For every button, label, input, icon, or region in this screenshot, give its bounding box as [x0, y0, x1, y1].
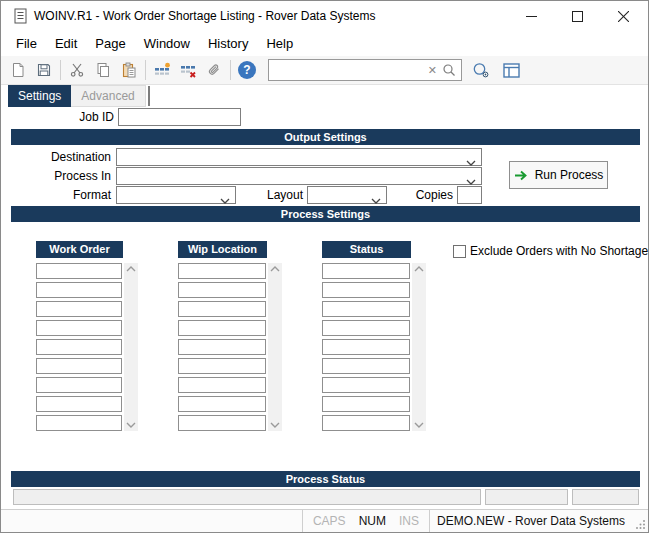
menu-file[interactable]: File	[7, 32, 46, 55]
status-bar-message-area	[1, 510, 303, 532]
tab-advanced[interactable]: Advanced	[71, 85, 145, 107]
work-order-cell-8[interactable]	[36, 396, 122, 412]
status-cell-8[interactable]	[322, 396, 410, 412]
process-status-header: Process Status	[11, 471, 640, 487]
work-order-cell-5[interactable]	[36, 339, 122, 355]
process-status-field-main	[13, 489, 481, 505]
status-cell-6[interactable]	[322, 358, 410, 374]
work-order-cell-1[interactable]	[36, 263, 122, 279]
status-bar: CAPS NUM INS DEMO.NEW - Rover Data Syste…	[1, 509, 648, 532]
insert-row-icon[interactable]	[149, 58, 175, 82]
status-cell-5[interactable]	[322, 339, 410, 355]
wip-location-cell-8[interactable]	[178, 396, 266, 412]
status-column: Status	[322, 241, 411, 258]
status-cell-9[interactable]	[322, 415, 410, 431]
work-order-cell-7[interactable]	[36, 377, 122, 393]
window-title: WOINV.R1 - Work Order Shortage Listing -…	[34, 1, 375, 31]
destination-dropdown[interactable]	[116, 148, 482, 166]
wip-location-cell-1[interactable]	[178, 263, 266, 279]
app-window: WOINV.R1 - Work Order Shortage Listing -…	[0, 0, 649, 533]
window-controls	[508, 1, 646, 31]
exclude-orders-checkbox-group[interactable]: Exclude Orders with No Shortages	[453, 244, 649, 258]
search-clear-icon[interactable]: ✕	[424, 64, 441, 77]
work-order-cell-3[interactable]	[36, 301, 122, 317]
window-layout-icon[interactable]	[498, 58, 524, 82]
wip-location-cell-7[interactable]	[178, 377, 266, 393]
wip-location-column: Wip Location	[178, 241, 267, 258]
caps-indicator: CAPS	[313, 514, 346, 528]
scroll-up-icon[interactable]	[126, 266, 136, 272]
resize-grip[interactable]	[632, 510, 648, 532]
help-icon[interactable]: ?	[234, 58, 260, 82]
wip-location-list	[178, 263, 266, 434]
attachments-icon[interactable]	[201, 58, 227, 82]
job-id-input[interactable]	[118, 108, 241, 126]
wip-location-cell-3[interactable]	[178, 301, 266, 317]
copies-input[interactable]	[457, 186, 482, 204]
work-order-scrollbar[interactable]	[124, 263, 138, 431]
job-id-label: Job ID	[1, 109, 114, 126]
process-status-field-3	[572, 489, 639, 505]
work-order-cell-2[interactable]	[36, 282, 122, 298]
tab-splitter	[148, 86, 150, 106]
status-cell-4[interactable]	[322, 320, 410, 336]
status-cell-7[interactable]	[322, 377, 410, 393]
process-status-field-2	[485, 489, 568, 505]
output-settings-header: Output Settings	[11, 129, 640, 145]
menu-page[interactable]: Page	[86, 32, 134, 55]
work-order-list	[36, 263, 122, 434]
scroll-up-icon[interactable]	[414, 266, 424, 272]
exclude-orders-checkbox[interactable]	[453, 245, 466, 258]
work-order-cell-4[interactable]	[36, 320, 122, 336]
ins-indicator: INS	[399, 514, 419, 528]
wip-location-column-header: Wip Location	[178, 241, 267, 258]
tab-strip: Settings Advanced	[8, 85, 150, 107]
new-document-icon[interactable]	[5, 58, 31, 82]
status-scrollbar[interactable]	[412, 263, 426, 431]
delete-row-icon[interactable]	[175, 58, 201, 82]
close-button[interactable]	[600, 1, 646, 31]
scroll-down-icon[interactable]	[126, 422, 136, 428]
run-process-button[interactable]: Run Process	[509, 161, 608, 189]
paste-icon[interactable]	[116, 58, 142, 82]
app-document-icon	[14, 8, 27, 27]
run-arrow-icon	[514, 170, 528, 181]
wip-location-cell-6[interactable]	[178, 358, 266, 374]
work-order-cell-9[interactable]	[36, 415, 122, 431]
status-cell-2[interactable]	[322, 282, 410, 298]
toolbar-separator	[230, 60, 231, 80]
process-in-dropdown[interactable]	[116, 167, 482, 185]
scroll-down-icon[interactable]	[414, 422, 424, 428]
wip-location-scrollbar[interactable]	[268, 263, 282, 431]
find-preview-icon[interactable]	[468, 58, 494, 82]
search-input[interactable]	[269, 60, 424, 80]
wip-location-cell-5[interactable]	[178, 339, 266, 355]
toolbar: ? ✕	[1, 56, 648, 85]
wip-location-cell-4[interactable]	[178, 320, 266, 336]
menu-history[interactable]: History	[199, 32, 257, 55]
status-column-header: Status	[322, 241, 411, 258]
menu-edit[interactable]: Edit	[46, 32, 86, 55]
cut-icon[interactable]	[64, 58, 90, 82]
scroll-down-icon[interactable]	[270, 422, 280, 428]
exclude-orders-checkbox-label: Exclude Orders with No Shortages	[470, 244, 649, 258]
maximize-button[interactable]	[554, 1, 600, 31]
tab-settings[interactable]: Settings	[8, 85, 71, 107]
save-icon[interactable]	[31, 58, 57, 82]
status-cell-1[interactable]	[322, 263, 410, 279]
wip-location-cell-2[interactable]	[178, 282, 266, 298]
copy-icon[interactable]	[90, 58, 116, 82]
status-list	[322, 263, 410, 434]
status-cell-3[interactable]	[322, 301, 410, 317]
search-icon[interactable]	[441, 63, 461, 77]
layout-dropdown[interactable]	[307, 186, 387, 204]
wip-location-cell-9[interactable]	[178, 415, 266, 431]
format-dropdown[interactable]	[116, 186, 236, 204]
scroll-up-icon[interactable]	[270, 266, 280, 272]
session-label: DEMO.NEW - Rover Data Systems	[430, 514, 632, 528]
work-order-cell-6[interactable]	[36, 358, 122, 374]
num-indicator: NUM	[359, 514, 386, 528]
menu-help[interactable]: Help	[257, 32, 302, 55]
minimize-button[interactable]	[508, 1, 554, 31]
menu-window[interactable]: Window	[135, 32, 199, 55]
